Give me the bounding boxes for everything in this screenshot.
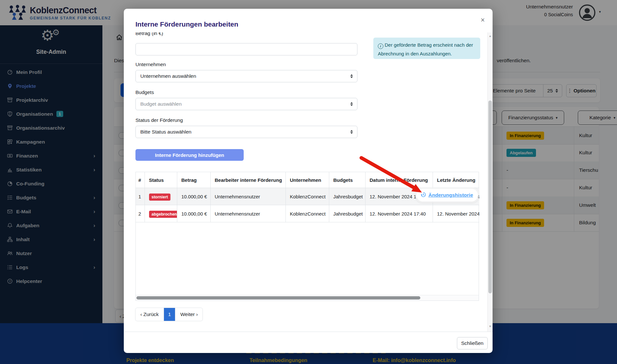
scroll-up-icon[interactable]: ▲ [489,34,492,38]
budgets-label: Budgets [135,89,154,95]
status-label: Status der Förderung [135,117,183,123]
pagination-prev[interactable]: ‹ Zurück [135,308,164,321]
pagination-next[interactable]: Weiter › [175,308,203,321]
unternehmen-select[interactable]: Unternehmen auswählen [135,70,357,82]
updown-icon [350,102,353,106]
budgets-select[interactable]: Budget auswählen [135,98,357,110]
info-icon: i [378,43,383,49]
betrag-label: Betrag (in €) [135,32,163,36]
scrollbar-thumb[interactable] [488,100,492,293]
modal-body: Betrag (in €) iDer geförderte Betrag ers… [124,32,487,332]
horizontal-scrollbar[interactable] [136,295,479,300]
edit-internal-funding-modal: Interne Förderungen bearbeiten × Betrag … [124,9,493,353]
status-badge: abgebrochen [149,211,177,218]
updown-icon [350,130,353,134]
updown-icon [350,74,353,78]
modal-pagination: ‹ Zurück 1 Weiter › [135,308,203,321]
betrag-input[interactable] [135,43,357,55]
status-select[interactable]: Bitte Status auswählen [135,126,357,138]
scroll-down-icon[interactable]: ▼ [489,325,492,328]
modal-scrollbar[interactable]: ▲ ▼ [487,32,493,332]
close-icon[interactable]: × [481,16,485,24]
pagination-page-1[interactable]: 1 [164,308,176,321]
page: KoblenzConnect GEMEINSAM STARK FÜR KOBLE… [0,0,617,364]
close-button[interactable]: Schließen [457,337,488,349]
clock-history-icon [421,192,426,199]
table-header-row: # Status Betrag Bearbeiter interne Förde… [136,172,479,188]
changelog-link[interactable]: Änderungshistorie [428,192,473,198]
funding-row[interactable]: 2 abgebrochen 10.000,00 € Unternehmensnu… [136,205,479,222]
modal-footer: Schließen [124,332,493,353]
changelog-popover[interactable]: Änderungshistorie [416,189,478,202]
status-badge: storniert [149,194,171,201]
modal-title: Interne Förderungen bearbeiten [135,20,238,28]
add-internal-funding-button[interactable]: Interne Förderung hinzufügen [135,149,244,161]
info-alert: iDer geförderte Betrag erscheint nach de… [373,38,480,59]
scrollbar-thumb[interactable] [136,296,420,299]
unternehmen-label: Unternehmen [135,62,166,67]
